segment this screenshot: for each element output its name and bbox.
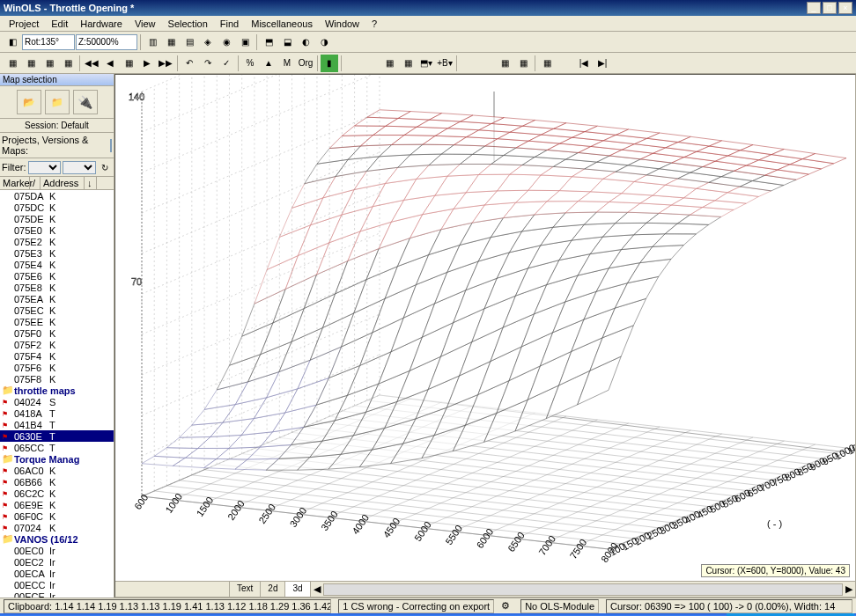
filter-select-1[interactable]: [28, 161, 62, 174]
tb2-12[interactable]: ✓: [218, 55, 235, 72]
list-item[interactable]: 📁throttle maps: [0, 385, 114, 396]
list-item[interactable]: 075F0K: [0, 327, 114, 339]
list-item[interactable]: 075E3K: [0, 247, 114, 259]
list-item[interactable]: 075E0K: [0, 224, 114, 236]
tb-btn-10[interactable]: ◑: [315, 33, 333, 51]
tb2-2[interactable]: ▦: [22, 55, 40, 72]
tb2-19[interactable]: ▦: [399, 55, 417, 72]
tb2-18[interactable]: ▦: [380, 55, 398, 72]
menu-view[interactable]: View: [129, 17, 161, 31]
list-item[interactable]: ⚑0418AT: [0, 407, 114, 419]
list-item[interactable]: 075E4K: [0, 259, 114, 270]
tb2-21[interactable]: +B▾: [436, 55, 454, 72]
tb-btn-6[interactable]: ▣: [236, 33, 254, 51]
tb2-25[interactable]: |◀: [575, 55, 593, 72]
tb2-14[interactable]: ▲: [260, 55, 277, 72]
menu-window[interactable]: Window: [320, 17, 365, 31]
list-item[interactable]: 075F4K: [0, 350, 114, 362]
menu-hardware[interactable]: Hardware: [75, 17, 128, 31]
menu-?[interactable]: ?: [366, 17, 382, 31]
tb2-6[interactable]: ◀: [101, 55, 119, 72]
close-button[interactable]: ×: [838, 2, 852, 14]
menu-edit[interactable]: Edit: [46, 17, 73, 31]
tb2-1[interactable]: ▦: [4, 55, 21, 72]
list-item[interactable]: 075DCK: [0, 202, 114, 213]
tb2-16[interactable]: Org: [297, 55, 314, 72]
connect-button[interactable]: 🔌: [73, 90, 98, 114]
tb2-22[interactable]: ▦: [496, 55, 513, 72]
list-item[interactable]: 075E2K: [0, 236, 114, 247]
list-item[interactable]: 075EEK: [0, 316, 114, 327]
tb-btn-4[interactable]: ◈: [199, 33, 217, 51]
h-scrollbar[interactable]: [323, 583, 843, 596]
list-item[interactable]: 00ECAIr: [0, 568, 114, 579]
tb-btn-1[interactable]: ▥: [144, 33, 161, 51]
tb2-23[interactable]: ▦: [514, 55, 532, 72]
chart-3d-surface[interactable]: 140 70 600100015002000250030003500400045…: [115, 75, 855, 597]
list-item[interactable]: 00EC0Ir: [0, 545, 114, 556]
list-item[interactable]: ⚑07024K: [0, 522, 114, 533]
pvm-select[interactable]: (Ctrl): [110, 139, 112, 152]
tab-text[interactable]: Text: [230, 582, 261, 597]
tb2-4[interactable]: ▦: [59, 55, 77, 72]
tb2-20[interactable]: ⬒▾: [417, 55, 435, 72]
tab-2d[interactable]: 2d: [261, 582, 285, 597]
scroll-left[interactable]: ◀: [311, 583, 323, 595]
list-item[interactable]: 075ECK: [0, 304, 114, 316]
list-item[interactable]: 075EAK: [0, 293, 114, 304]
list-item[interactable]: ⚑0630ET: [0, 430, 114, 442]
list-item[interactable]: 075DAK: [0, 190, 114, 202]
tb2-26[interactable]: ▶|: [594, 55, 611, 72]
rotation-field[interactable]: [22, 34, 75, 50]
list-item[interactable]: ⚑04024S: [0, 396, 114, 407]
sidebar-list[interactable]: 075DAK075DCK075DEK075E0K075E2K075E3K075E…: [0, 190, 114, 598]
list-item[interactable]: ⚑06B66K: [0, 476, 114, 488]
list-item[interactable]: ⚑065CCT: [0, 442, 114, 453]
tb2-10[interactable]: ↶: [181, 55, 198, 72]
tb2-13[interactable]: %: [241, 55, 259, 72]
home-button[interactable]: ◧: [4, 33, 21, 51]
open-map-button[interactable]: 📁: [45, 90, 70, 114]
list-item[interactable]: ⚑041B4T: [0, 419, 114, 430]
tb-btn-3[interactable]: ▤: [181, 33, 198, 51]
scroll-right[interactable]: ▶: [843, 583, 855, 595]
filter-select-2[interactable]: [63, 161, 96, 174]
list-item[interactable]: ⚑06AC0K: [0, 465, 114, 476]
tb-btn-8[interactable]: ⬓: [278, 33, 296, 51]
tb-btn-2[interactable]: ▦: [162, 33, 180, 51]
list-item[interactable]: ⚑06E9EK: [0, 499, 114, 510]
list-item[interactable]: 075F6K: [0, 362, 114, 373]
list-item[interactable]: 075E8K: [0, 282, 114, 293]
menu-selection[interactable]: Selection: [163, 17, 213, 31]
list-item[interactable]: ⚑06C2CK: [0, 488, 114, 499]
list-item[interactable]: ⚑06F0CK: [0, 510, 114, 522]
zoom-field[interactable]: [76, 34, 137, 50]
tb-btn-5[interactable]: ◉: [218, 33, 235, 51]
col-marker[interactable]: Marker: [0, 177, 30, 189]
list-item[interactable]: 📁Torque Manag: [0, 453, 114, 465]
tb-btn-7[interactable]: ⬒: [260, 33, 277, 51]
col-address[interactable]: Address: [41, 177, 85, 189]
list-item[interactable]: 075F2K: [0, 339, 114, 350]
tb2-17[interactable]: ▮: [321, 55, 338, 72]
chart-area[interactable]: 140 70 600100015002000250030003500400045…: [114, 74, 856, 598]
col-slash[interactable]: /: [30, 177, 41, 189]
filter-refresh[interactable]: ↻: [98, 160, 112, 174]
tb2-11[interactable]: ↷: [199, 55, 217, 72]
menu-find[interactable]: Find: [215, 17, 244, 31]
maximize-button[interactable]: □: [823, 2, 837, 14]
tb2-5[interactable]: ◀◀: [83, 55, 100, 72]
menu-miscellaneous[interactable]: Miscellaneous: [246, 17, 318, 31]
tb2-15[interactable]: M: [278, 55, 296, 72]
minimize-button[interactable]: _: [807, 2, 821, 14]
col-sort[interactable]: ↓: [85, 177, 97, 189]
tb2-7[interactable]: ▦: [120, 55, 137, 72]
open-folder-button[interactable]: 📂: [17, 90, 41, 114]
tb-btn-9[interactable]: ◐: [297, 33, 314, 51]
tb2-3[interactable]: ▦: [41, 55, 58, 72]
menu-project[interactable]: Project: [4, 17, 44, 31]
list-item[interactable]: 📁VANOS (16/12: [0, 533, 114, 545]
list-item[interactable]: 075DEK: [0, 213, 114, 224]
list-item[interactable]: 075E6K: [0, 270, 114, 282]
list-item[interactable]: 075F8K: [0, 373, 114, 385]
